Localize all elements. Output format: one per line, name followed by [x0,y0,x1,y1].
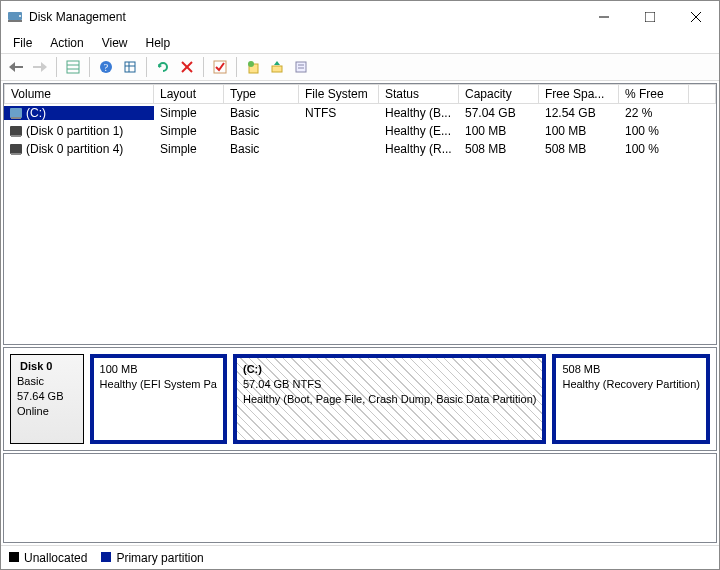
volume-status: Healthy (B... [379,106,459,120]
mount-icon[interactable] [266,56,288,78]
minimize-button[interactable] [581,1,627,33]
column-headers: Volume Layout Type File System Status Ca… [4,84,716,104]
volume-free: 508 MB [539,142,619,156]
partition[interactable]: (C:)57.04 GB NTFSHealthy (Boot, Page Fil… [233,354,546,444]
legend: Unallocated Primary partition [1,545,719,569]
forward-button[interactable] [29,56,51,78]
volume-row[interactable]: (C:)SimpleBasicNTFSHealthy (B...57.04 GB… [4,104,716,122]
volume-type: Basic [224,142,299,156]
volume-layout: Simple [154,142,224,156]
new-item-icon[interactable] [242,56,264,78]
svg-text:?: ? [104,62,109,73]
disk-label[interactable]: Disk 0 Basic 57.64 GB Online [10,354,84,444]
checkmark-icon[interactable] [209,56,231,78]
disk-type: Basic [17,375,44,387]
svg-rect-22 [272,66,282,72]
volume-capacity: 508 MB [459,142,539,156]
volume-fs: NTFS [299,106,379,120]
volume-status: Healthy (R... [379,142,459,156]
volume-type: Basic [224,124,299,138]
delete-icon[interactable] [176,56,198,78]
svg-rect-4 [645,12,655,22]
partition-status: Healthy (Boot, Page File, Crash Dump, Ba… [243,393,536,405]
svg-rect-8 [33,66,41,68]
volume-free: 100 MB [539,124,619,138]
volume-row[interactable]: (Disk 0 partition 1)SimpleBasicHealthy (… [4,122,716,140]
maximize-button[interactable] [627,1,673,33]
close-button[interactable] [673,1,719,33]
menu-bar: File Action View Help [1,33,719,53]
properties-icon[interactable] [290,56,312,78]
partition-size: 100 MB [100,363,138,375]
drive-icon [10,144,22,154]
col-type[interactable]: Type [224,84,299,104]
disk-state: Online [17,405,49,417]
toolbar: ? [1,53,719,81]
settings-icon[interactable] [119,56,141,78]
view-list-icon[interactable] [62,56,84,78]
partition-size: 508 MB [562,363,600,375]
partition-title: (C:) [243,363,262,375]
help-icon[interactable]: ? [95,56,117,78]
partition[interactable]: 100 MBHealthy (EFI System Pa [90,354,227,444]
menu-view[interactable]: View [94,34,136,52]
svg-point-2 [19,15,21,17]
volume-list[interactable]: Volume Layout Type File System Status Ca… [3,83,717,345]
partition[interactable]: 508 MBHealthy (Recovery Partition) [552,354,710,444]
disk-name: Disk 0 [20,360,52,372]
drive-icon [10,108,22,118]
col-status[interactable]: Status [379,84,459,104]
legend-unallocated: Unallocated [9,551,87,565]
partition-size: 57.04 GB NTFS [243,378,321,390]
partition-status: Healthy (EFI System Pa [100,378,217,390]
col-pctfree[interactable]: % Free [619,84,689,104]
col-filesystem[interactable]: File System [299,84,379,104]
partition-status: Healthy (Recovery Partition) [562,378,700,390]
window-title: Disk Management [29,10,581,24]
disk-graphical-view[interactable]: Disk 0 Basic 57.64 GB Online 100 MBHealt… [3,347,717,451]
volume-type: Basic [224,106,299,120]
title-bar[interactable]: Disk Management [1,1,719,33]
bottom-pane[interactable] [3,453,717,543]
volume-row[interactable]: (Disk 0 partition 4)SimpleBasicHealthy (… [4,140,716,158]
menu-action[interactable]: Action [42,34,91,52]
volume-name: (Disk 0 partition 1) [26,124,123,138]
col-volume[interactable]: Volume [4,84,154,104]
swatch-unallocated [9,552,19,562]
volume-pct: 100 % [619,142,689,156]
drive-icon [10,126,22,136]
volume-capacity: 57.04 GB [459,106,539,120]
menu-file[interactable]: File [5,34,40,52]
refresh-icon[interactable] [152,56,174,78]
menu-help[interactable]: Help [138,34,179,52]
back-button[interactable] [5,56,27,78]
volume-capacity: 100 MB [459,124,539,138]
volume-pct: 100 % [619,124,689,138]
svg-rect-7 [15,66,23,68]
volume-name: (Disk 0 partition 4) [26,142,123,156]
disk-management-window: Disk Management File Action View Help ? [0,0,720,570]
volume-free: 12.54 GB [539,106,619,120]
col-capacity[interactable]: Capacity [459,84,539,104]
svg-point-21 [248,61,254,67]
volume-layout: Simple [154,124,224,138]
svg-rect-1 [8,20,22,22]
svg-rect-14 [125,62,135,72]
disk-size: 57.64 GB [17,390,63,402]
legend-primary: Primary partition [101,551,203,565]
app-icon [7,9,23,25]
svg-rect-9 [67,61,79,73]
col-spacer[interactable] [689,84,716,104]
volume-layout: Simple [154,106,224,120]
svg-rect-23 [296,62,306,72]
swatch-primary [101,552,111,562]
col-free[interactable]: Free Spa... [539,84,619,104]
volume-status: Healthy (E... [379,124,459,138]
volume-name: (C:) [26,106,46,120]
col-layout[interactable]: Layout [154,84,224,104]
volume-pct: 22 % [619,106,689,120]
